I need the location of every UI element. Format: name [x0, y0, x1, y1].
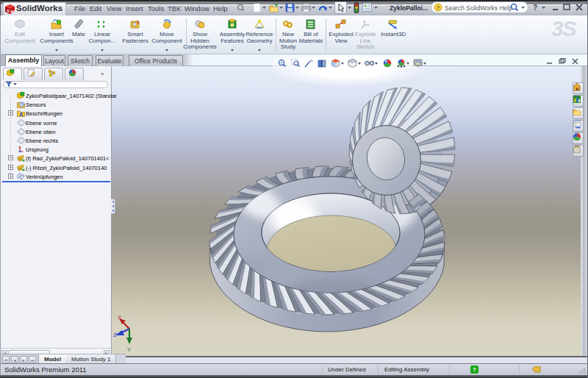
svg-text:X: X	[118, 314, 122, 321]
svg-text:W: W	[11, 10, 15, 14]
svg-text:Y: Y	[127, 346, 132, 353]
svg-text:S: S	[7, 9, 10, 13]
svg-text:A: A	[19, 112, 23, 117]
svg-text:Z: Z	[113, 332, 117, 338]
svg-text:?: ?	[436, 4, 440, 11]
